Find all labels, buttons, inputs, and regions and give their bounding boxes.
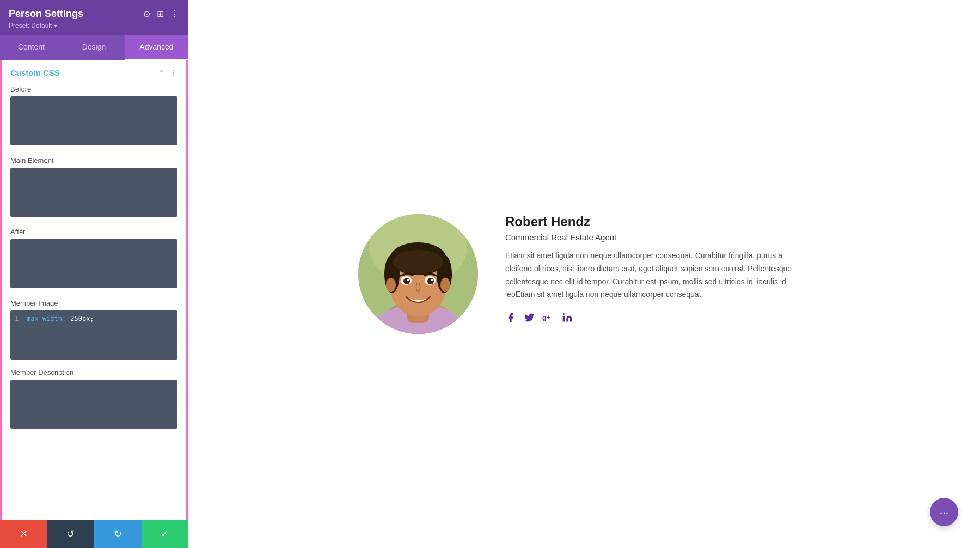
section-title: Custom CSS <box>10 68 60 77</box>
svg-point-16 <box>407 279 409 281</box>
panel-header-icons: ⊙ ⊞ ⋮ <box>143 9 179 19</box>
collapse-icon[interactable]: ⌃ <box>158 69 164 77</box>
svg-point-10 <box>386 278 396 292</box>
redo-icon: ↻ <box>114 528 122 540</box>
custom-css-section-header: Custom CSS ⌃ ⋮ <box>2 60 186 83</box>
panel-header: Person Settings Preset: Default ▾ ⊙ ⊞ ⋮ <box>0 0 188 35</box>
after-input[interactable] <box>10 239 177 288</box>
avatar-wrap <box>358 214 478 334</box>
svg-text:g+: g+ <box>542 314 550 321</box>
tabs-bar: Content Design Advanced <box>0 35 188 60</box>
main-element-input[interactable] <box>10 168 177 217</box>
save-button[interactable]: ✓ <box>142 520 189 548</box>
settings-panel: Person Settings Preset: Default ▾ ⊙ ⊞ ⋮ … <box>0 0 188 548</box>
section-more-icon[interactable]: ⋮ <box>170 69 177 77</box>
member-description-label: Member Description <box>10 368 177 376</box>
person-info: Robert Hendz Commercial Real Estate Agen… <box>505 214 810 326</box>
code-line-1: 1 max-width: 250px; <box>15 315 173 322</box>
bottom-toolbar: ✕ ↺ ↻ ✓ <box>0 520 188 548</box>
twitter-icon[interactable] <box>524 312 535 326</box>
css-main-element-group: Main Element <box>2 154 186 226</box>
panel-preset[interactable]: Preset: Default ▾ <box>9 22 143 29</box>
save-icon: ✓ <box>161 528 169 540</box>
svg-point-17 <box>431 279 433 281</box>
avatar <box>358 214 478 334</box>
svg-point-19 <box>563 313 565 315</box>
section-controls: ⌃ ⋮ <box>158 69 177 77</box>
settings-icon[interactable]: ⊙ <box>143 9 150 19</box>
after-label: After <box>10 228 177 236</box>
svg-point-15 <box>427 278 434 284</box>
line-number: 1 <box>15 315 22 322</box>
person-bio: Etiam sit amet ligula non neque ullamcor… <box>505 249 810 301</box>
panel-title-block: Person Settings Preset: Default ▾ <box>9 8 143 29</box>
svg-point-11 <box>440 278 450 292</box>
more-icon[interactable]: ⋮ <box>170 9 179 19</box>
css-value: 250px; <box>70 315 94 322</box>
svg-point-14 <box>403 278 410 284</box>
fab-button[interactable]: ··· <box>930 498 958 526</box>
member-description-input[interactable] <box>10 380 177 429</box>
cancel-button[interactable]: ✕ <box>0 520 47 548</box>
panel-title: Person Settings <box>9 8 143 20</box>
undo-button[interactable]: ↺ <box>47 520 95 548</box>
tab-content[interactable]: Content <box>0 35 63 60</box>
googleplus-icon[interactable]: g+ <box>542 312 554 326</box>
redo-button[interactable]: ↻ <box>94 520 142 548</box>
person-name: Robert Hendz <box>505 214 810 229</box>
css-member-image-group: Member Image 1 max-width: 250px; <box>2 297 186 366</box>
before-input[interactable] <box>10 96 177 145</box>
columns-icon[interactable]: ⊞ <box>157 9 164 19</box>
tab-design[interactable]: Design <box>63 35 125 60</box>
member-image-label: Member Image <box>10 299 177 307</box>
before-label: Before <box>10 85 177 93</box>
svg-point-9 <box>393 250 443 274</box>
css-after-group: After <box>2 226 186 297</box>
facebook-icon[interactable] <box>505 312 516 326</box>
person-role: Commercial Real Estate Agent <box>505 233 810 242</box>
panel-body: Custom CSS ⌃ ⋮ Before Main Element After… <box>0 60 188 548</box>
social-links: g+ <box>505 312 810 326</box>
css-property: max-width: <box>27 315 66 322</box>
preview-area: Robert Hendz Commercial Real Estate Agen… <box>188 0 980 548</box>
css-before-group: Before <box>2 83 186 154</box>
fab-icon: ··· <box>940 506 949 519</box>
undo-icon: ↺ <box>66 528 75 540</box>
main-element-label: Main Element <box>10 156 177 165</box>
css-member-description-group: Member Description <box>2 366 186 437</box>
avatar-svg <box>358 214 478 334</box>
member-image-editor[interactable]: 1 max-width: 250px; <box>10 310 177 360</box>
linkedin-icon[interactable] <box>562 312 573 326</box>
person-card: Robert Hendz Commercial Real Estate Agen… <box>358 214 810 334</box>
tab-advanced[interactable]: Advanced <box>125 35 188 60</box>
cancel-icon: ✕ <box>20 528 28 540</box>
